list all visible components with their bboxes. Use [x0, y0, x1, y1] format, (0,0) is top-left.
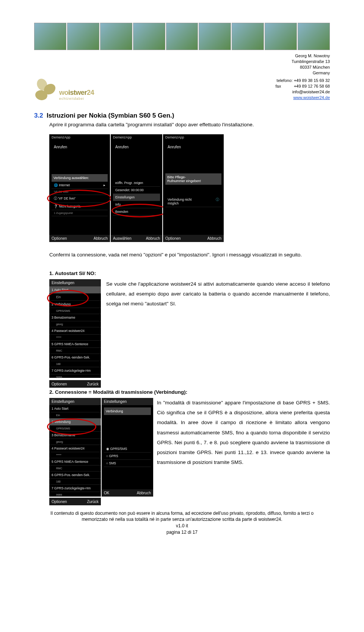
thumb — [199, 23, 231, 50]
footer-version: v1.0 it — [34, 523, 330, 529]
footer-line1: Il contenuto di questo documento non può… — [34, 510, 330, 517]
footer-page: pagina 12 di 17 — [34, 529, 330, 536]
connection-heading: 2. Connessione = Modalità di trasmission… — [49, 389, 330, 395]
phone-screenshot: Einstellungen 1 Auto Start Ein 2 Verbind… — [49, 279, 101, 378]
logo: woistwer24 echtzeitdabei — [34, 78, 94, 101]
phone-screenshot: DemenzApp Anrufen eöffn. Progr. zeigen G… — [111, 134, 162, 242]
thumb — [133, 23, 165, 50]
highlight-ring — [111, 204, 168, 217]
thumb — [100, 23, 132, 50]
thumb — [232, 23, 264, 50]
after-shots-paragraph: Confermi la connessione, vada nel menù "… — [49, 251, 330, 259]
contact-street: Tumblingerstraße 13 — [276, 59, 330, 64]
contact-name: Georg M. Nowotny — [276, 53, 330, 59]
footer-line2: memorizzato né nella sua totalità né in … — [34, 516, 330, 523]
phone-screenshot: DemenzApp Anrufen Verbindung auswählen: … — [49, 134, 110, 242]
contact-web[interactable]: www.woistwer24.de — [276, 95, 330, 101]
connection-body: In "modalità di trasmissione" appare l'i… — [157, 398, 330, 468]
fax-label: fax — [276, 84, 281, 88]
fax: +49 89 12 76 58 68 — [294, 84, 330, 88]
thumb — [34, 23, 66, 50]
phone-screenshot: DemenzApp Anrufen Bitte Pflege-Rufnummer… — [163, 134, 224, 242]
highlight-ring — [47, 290, 89, 307]
logo-subtitle: echtzeitdabei — [59, 97, 94, 101]
phone: +49 89 38 15 69 32 — [294, 78, 330, 83]
logo-icon — [34, 78, 57, 101]
thumb — [265, 23, 297, 50]
phone-screenshot: Einstellungen 1 Auto Start Ein 2 Verbind… — [49, 398, 101, 497]
connection-screenshots: Einstellungen 1 Auto Start Ein 2 Verbind… — [49, 398, 153, 497]
contact-email: info@woistwer24.de — [276, 89, 330, 95]
thumb — [166, 23, 198, 50]
section-heading: 3.2 Istruzioni per Nokia (Symbian S60 5 … — [34, 112, 330, 119]
footer: Il contenuto di questo documento non può… — [34, 510, 330, 536]
contact-country: Germany — [276, 70, 330, 76]
autostart-body: Se vuole che l'applicazione woistwer24 s… — [106, 279, 330, 309]
header-image-strip — [34, 23, 330, 50]
phone-label: telefono: — [277, 78, 293, 83]
highlight-ring — [47, 190, 111, 207]
contact-block: Georg M. Nowotny Tumblingerstraße 13 803… — [276, 53, 330, 101]
logo-text: woistwer24 — [59, 89, 94, 97]
thumb — [298, 23, 330, 50]
screenshots-row-1: DemenzApp Anrufen Verbindung auswählen: … — [49, 134, 330, 242]
highlight-ring — [47, 418, 96, 435]
phone-screenshot: Einstellungen Verbindung ◉ GPRS/SMS ○ GP… — [102, 398, 153, 497]
contact-city: 80337 München — [276, 64, 330, 70]
intro-paragraph: Aprire il programma dalla cartella "prog… — [49, 121, 330, 129]
autostart-heading: 1. Autostart SI/ NO: — [49, 270, 330, 276]
thumb — [67, 23, 99, 50]
